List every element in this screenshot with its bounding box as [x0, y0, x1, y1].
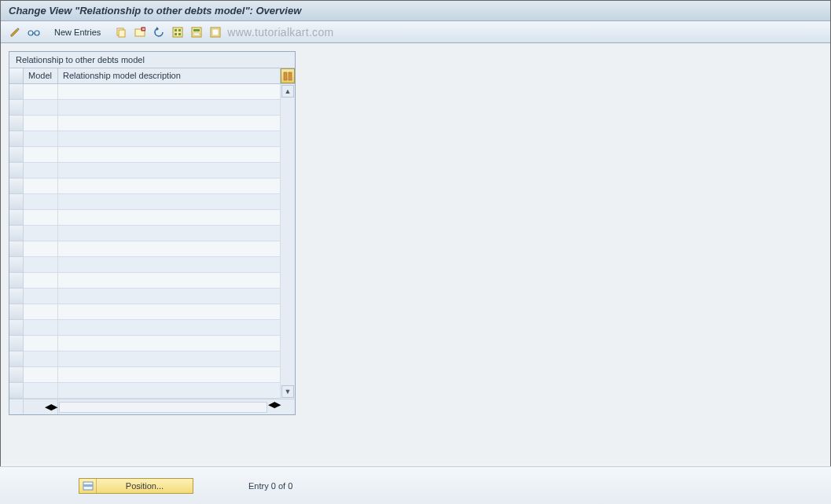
table-title: Relationship to other debts model: [9, 52, 295, 68]
cell-description[interactable]: [58, 241, 281, 257]
cell-model[interactable]: [24, 84, 58, 100]
cell-model[interactable]: [24, 367, 58, 383]
position-button[interactable]: Position...: [79, 478, 193, 494]
cell-model[interactable]: [24, 241, 58, 257]
cell-model[interactable]: [24, 178, 58, 194]
deselect-all-icon[interactable]: [208, 24, 223, 40]
cell-model[interactable]: [24, 273, 58, 289]
table-row: [9, 257, 281, 273]
cell-description[interactable]: [58, 100, 281, 116]
row-selector[interactable]: [9, 147, 24, 163]
table-row: [9, 383, 281, 399]
cell-description[interactable]: [58, 116, 281, 131]
cell-model[interactable]: [24, 304, 58, 320]
cell-description[interactable]: [58, 194, 281, 210]
table-configure-icon[interactable]: [281, 68, 295, 83]
cell-description[interactable]: [58, 289, 281, 304]
cell-description[interactable]: [58, 210, 281, 226]
hscroll-right-last-icon[interactable]: ▶: [274, 399, 281, 414]
cell-description[interactable]: [58, 84, 281, 100]
cell-model[interactable]: [24, 100, 58, 116]
cell-model[interactable]: [24, 320, 58, 336]
undo-icon[interactable]: [151, 24, 167, 40]
hscroll-left-icon[interactable]: ▶: [51, 402, 57, 412]
table-row: [9, 210, 281, 226]
row-selector[interactable]: [9, 320, 24, 336]
cell-description[interactable]: [58, 383, 281, 399]
glasses-icon[interactable]: [26, 24, 42, 40]
cell-model[interactable]: [24, 116, 58, 131]
footer-bar: Position... Entry 0 of 0: [0, 466, 831, 504]
scroll-track[interactable]: [281, 98, 295, 384]
cell-description[interactable]: [58, 257, 281, 273]
select-all-icon[interactable]: [170, 24, 186, 40]
cell-model[interactable]: [24, 289, 58, 304]
title-bar: Change View "Relationship to other debts…: [1, 1, 830, 21]
scroll-down-icon[interactable]: ▼: [281, 385, 294, 398]
delete-icon[interactable]: [132, 24, 148, 40]
row-selector[interactable]: [9, 241, 24, 257]
svg-rect-19: [83, 484, 93, 487]
cell-model[interactable]: [24, 147, 58, 163]
cell-description[interactable]: [58, 273, 281, 289]
cell-description[interactable]: [58, 131, 281, 147]
cell-model[interactable]: [24, 131, 58, 147]
svg-rect-12: [193, 29, 200, 31]
row-selector[interactable]: [9, 383, 24, 399]
table-row: [9, 194, 281, 210]
row-selector[interactable]: [9, 226, 24, 241]
cell-description[interactable]: [58, 367, 281, 383]
cell-description[interactable]: [58, 336, 281, 351]
cell-description[interactable]: [58, 163, 281, 178]
table-row: [9, 100, 281, 116]
vertical-scrollbar[interactable]: ▲ ▼: [281, 84, 295, 399]
cell-model[interactable]: [24, 194, 58, 210]
cell-description[interactable]: [58, 147, 281, 163]
cell-model[interactable]: [24, 351, 58, 367]
table-row: [9, 163, 281, 178]
row-selector[interactable]: [9, 367, 24, 383]
row-selector[interactable]: [9, 304, 24, 320]
table-row: [9, 336, 281, 351]
horizontal-scrollbar[interactable]: [58, 399, 268, 414]
cell-description[interactable]: [58, 226, 281, 241]
table-row: [9, 178, 281, 194]
row-selector[interactable]: [9, 116, 24, 131]
hscroll-left-first-icon[interactable]: ◀: [45, 402, 51, 412]
row-selector[interactable]: [9, 100, 24, 116]
hscroll-right-icon[interactable]: ◀: [268, 399, 274, 414]
copy-icon[interactable]: [113, 24, 129, 40]
row-selector[interactable]: [9, 210, 24, 226]
row-selector[interactable]: [9, 131, 24, 147]
cell-description[interactable]: [58, 320, 281, 336]
row-selector-header[interactable]: [9, 68, 24, 83]
cell-model[interactable]: [24, 383, 58, 399]
row-selector[interactable]: [9, 194, 24, 210]
column-header-description[interactable]: Relationship model description: [58, 68, 281, 83]
scroll-up-icon[interactable]: ▲: [281, 85, 294, 97]
cell-description[interactable]: [58, 178, 281, 194]
select-block-icon[interactable]: [189, 24, 204, 40]
row-selector[interactable]: [9, 273, 24, 289]
new-entries-button[interactable]: New Entries: [51, 28, 104, 37]
row-selector[interactable]: [9, 257, 24, 273]
cell-description[interactable]: [58, 351, 281, 367]
cell-model[interactable]: [24, 336, 58, 351]
cell-description[interactable]: [58, 304, 281, 320]
cell-model[interactable]: [24, 163, 58, 178]
cell-model[interactable]: [24, 257, 58, 273]
row-selector[interactable]: [9, 163, 24, 178]
svg-point-0: [28, 31, 33, 35]
cell-model[interactable]: [24, 210, 58, 226]
table-row: [9, 116, 281, 131]
cell-model[interactable]: [24, 226, 58, 241]
table-row: [9, 147, 281, 163]
row-selector[interactable]: [9, 336, 24, 351]
row-selector[interactable]: [9, 351, 24, 367]
table-row: [9, 131, 281, 147]
toggle-display-icon[interactable]: [7, 24, 23, 40]
row-selector[interactable]: [9, 289, 24, 304]
row-selector[interactable]: [9, 84, 24, 100]
column-header-model[interactable]: Model: [24, 68, 58, 83]
row-selector[interactable]: [9, 178, 24, 194]
